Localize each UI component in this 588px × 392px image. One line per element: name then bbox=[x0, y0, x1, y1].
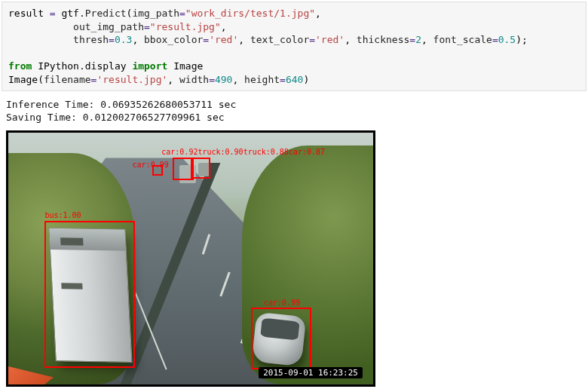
val-height: 640 bbox=[286, 74, 303, 85]
inference-time-line: Inference Time: 0.06935262680053711 sec bbox=[6, 99, 236, 110]
val-imgpath: "work_dirs/test/1.jpg" bbox=[185, 8, 315, 19]
det-box-near-car bbox=[251, 308, 311, 369]
mod-ipython: IPython.display bbox=[38, 60, 126, 72]
scene: bus:1.00 car:0.99 car:0.92truck:0.90truc… bbox=[8, 133, 373, 384]
kw-height: height bbox=[244, 74, 280, 85]
op-eq4: = bbox=[203, 34, 209, 45]
kw-bboxcolor: bbox_color bbox=[144, 34, 203, 45]
det-label-far-car: car:0.99 bbox=[133, 161, 169, 169]
output-text: Inference Time: 0.06935262680053711 sec … bbox=[0, 96, 588, 129]
op-eq: = bbox=[179, 8, 185, 19]
op-eq2: = bbox=[144, 21, 150, 32]
val-thickness: 2 bbox=[415, 34, 421, 45]
cls-image2: Image bbox=[8, 74, 38, 85]
kw-thickness: thickness bbox=[357, 34, 409, 45]
val-outimgpath: "result.jpg" bbox=[150, 21, 221, 32]
det-label-bus: bus:1.00 bbox=[44, 211, 81, 219]
kw-fontscale: font_scale bbox=[433, 34, 492, 45]
val-textcolor: 'red' bbox=[315, 34, 345, 45]
obj-gtf: gtf bbox=[61, 8, 78, 19]
val-bboxcolor: 'red' bbox=[209, 34, 238, 45]
kw-thresh: thresh bbox=[73, 34, 109, 45]
op-eq5: = bbox=[309, 34, 315, 45]
kw-imgpath: img_path bbox=[132, 8, 179, 19]
kw-import: import bbox=[132, 60, 167, 72]
result-image: bus:1.00 car:0.99 car:0.92truck:0.90truc… bbox=[6, 130, 375, 387]
op-eq7: = bbox=[492, 34, 498, 45]
kw-width: width bbox=[179, 74, 209, 85]
det-box-bus bbox=[44, 221, 135, 368]
kw-from: from bbox=[8, 60, 32, 72]
det-box-cluster2 bbox=[191, 158, 210, 179]
op-eq3: = bbox=[109, 34, 115, 45]
val-filename: 'result.jpg' bbox=[96, 74, 167, 85]
op-assign: = bbox=[50, 8, 56, 19]
kw-textcolor: text_color bbox=[250, 34, 309, 45]
op-eq10: = bbox=[280, 74, 286, 85]
kw-outimgpath: out_img_path bbox=[73, 21, 144, 32]
val-thresh: 0.3 bbox=[115, 34, 132, 45]
val-width: 490 bbox=[215, 74, 232, 85]
code-cell: result = gtf.Predict(img_path="work_dirs… bbox=[2, 2, 586, 91]
saving-time-line: Saving Time: 0.012002706527709961 sec bbox=[6, 112, 225, 123]
cls-image: Image bbox=[173, 60, 203, 72]
det-label-cluster: car:0.92truck:0.90truck:0.88car:0.87 bbox=[161, 148, 325, 156]
op-eq9: = bbox=[209, 74, 215, 85]
frame-timestamp: 2015-09-01 16:23:25 bbox=[259, 367, 363, 378]
op-eq6: = bbox=[409, 34, 415, 45]
var-result: result bbox=[8, 8, 44, 19]
det-label-near-car: car:0.99 bbox=[264, 299, 300, 307]
kw-filename: filename bbox=[44, 74, 91, 85]
val-fontscale: 0.5 bbox=[498, 34, 516, 45]
fn-predict: Predict bbox=[85, 8, 127, 19]
